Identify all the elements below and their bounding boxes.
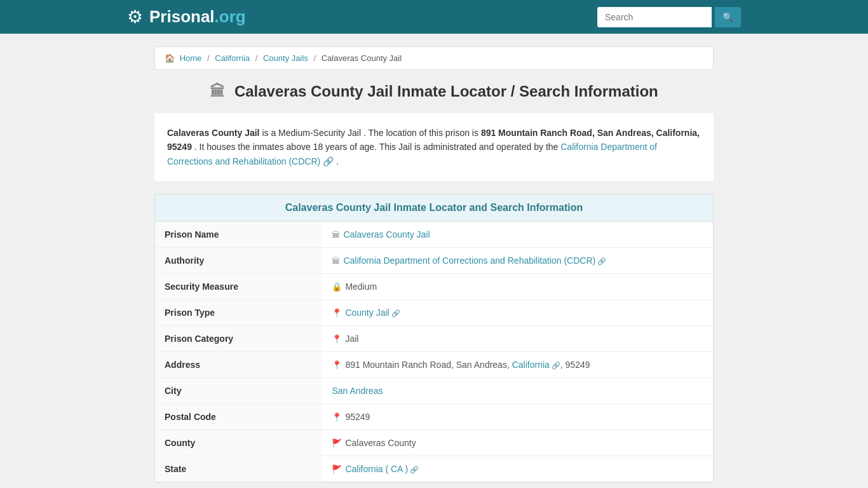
table-row: Address📍891 Mountain Ranch Road, San And…: [155, 352, 713, 378]
breadcrumb-county-jails[interactable]: County Jails: [263, 53, 308, 63]
cell-link[interactable]: Calaveras County Jail: [343, 229, 430, 240]
external-link-icon: 🔗: [597, 257, 606, 265]
table-row: State🚩California ( CA )🔗: [155, 456, 713, 482]
main-container: 🏠 Home / California / County Jails / Cal…: [148, 46, 720, 482]
breadcrumb-california[interactable]: California: [215, 53, 250, 63]
description: Calaveras County Jail is a Medium-Securi…: [154, 113, 714, 181]
search-area: 🔍: [597, 7, 741, 27]
desc-age-note: It houses the inmates above 18 years of …: [200, 142, 559, 152]
cell-icon: 📍: [332, 308, 342, 318]
row-label: City: [155, 378, 322, 404]
row-value: 🔒Medium: [322, 274, 713, 300]
cell-icon: 📍: [332, 334, 342, 344]
breadcrumb-home[interactable]: Home: [180, 53, 202, 63]
cell-text: 95249: [345, 412, 370, 422]
logo-name[interactable]: Prisonal: [149, 7, 215, 26]
page-title: 🏛 Calaveras County Jail Inmate Locator /…: [154, 83, 714, 100]
table-row: Security Measure🔒Medium: [155, 274, 713, 300]
title-building-icon: 🏛: [210, 83, 225, 100]
table-row: Prison Type📍County Jail🔗: [155, 300, 713, 326]
table-row: CitySan Andreas: [155, 378, 713, 404]
address-prefix: 891 Mountain Ranch Road, San Andreas,: [345, 360, 512, 370]
desc-age: .: [194, 142, 200, 152]
cell-icon: 🏛: [332, 256, 340, 266]
home-icon: 🏠: [165, 53, 175, 63]
info-table-body: Prison Name🏛Calaveras County JailAuthori…: [155, 222, 713, 482]
cell-text: Medium: [345, 281, 377, 292]
chain-link-icon: 🔗: [410, 466, 419, 473]
page-title-section: 🏛 Calaveras County Jail Inmate Locator /…: [154, 83, 714, 100]
desc-location: . The location of this prison is: [363, 128, 481, 138]
row-value: 🚩Calaveras County: [322, 430, 713, 456]
logo-area: ⚙ Prisonal.org: [127, 6, 246, 27]
table-row: Postal Code📍95249: [155, 404, 713, 430]
info-table: Prison Name🏛Calaveras County JailAuthori…: [155, 222, 713, 482]
info-section-header: Calaveras County Jail Inmate Locator and…: [155, 194, 713, 222]
row-value: San Andreas: [322, 378, 713, 404]
jail-name-highlight: Calaveras County Jail: [167, 128, 260, 138]
cell-link[interactable]: San Andreas: [332, 386, 383, 396]
info-section: Calaveras County Jail Inmate Locator and…: [154, 194, 714, 482]
breadcrumb-sep1: /: [207, 53, 210, 63]
breadcrumb-sep3: /: [313, 53, 316, 63]
logo-tld: .org: [215, 7, 246, 26]
row-value: 🚩California ( CA )🔗: [322, 456, 713, 482]
cell-text: Jail: [345, 334, 358, 344]
row-label: State: [155, 456, 322, 482]
row-label: Prison Type: [155, 300, 322, 326]
link-icon: 🔗: [552, 362, 560, 369]
search-icon: 🔍: [722, 12, 733, 22]
row-label: County: [155, 430, 322, 456]
security-level-text: Medium-Security Jail: [278, 128, 361, 138]
desc-end: .: [336, 156, 339, 166]
external-icon: 🔗: [323, 156, 334, 166]
site-header: ⚙ Prisonal.org 🔍: [0, 0, 868, 34]
cell-icon: 📍: [332, 412, 342, 422]
cell-icon: 🏛: [332, 230, 340, 240]
table-row: Authority🏛California Department of Corre…: [155, 248, 713, 274]
address-state-link[interactable]: California: [512, 360, 550, 370]
row-value: 🏛California Department of Corrections an…: [322, 248, 713, 274]
table-row: Prison Name🏛Calaveras County Jail: [155, 222, 713, 248]
cell-link[interactable]: County Jail: [345, 308, 389, 318]
search-button[interactable]: 🔍: [715, 7, 741, 27]
desc-is-a: is a: [262, 128, 278, 138]
row-label: Security Measure: [155, 274, 322, 300]
cell-text: Calaveras County: [345, 438, 416, 448]
row-value: 📍95249: [322, 404, 713, 430]
row-label: Authority: [155, 248, 322, 274]
logo-text: Prisonal.org: [149, 7, 246, 27]
breadcrumb-current: Calaveras County Jail: [322, 53, 402, 63]
cell-link[interactable]: California Department of Corrections and…: [343, 255, 595, 266]
cell-icon: 🚩: [332, 438, 342, 448]
address-zip: , 95249: [560, 360, 590, 370]
row-label: Postal Code: [155, 404, 322, 430]
cell-icon: 📍: [332, 360, 342, 370]
row-value: 📍891 Mountain Ranch Road, San Andreas, C…: [322, 352, 713, 378]
description-text: Calaveras County Jail is a Medium-Securi…: [167, 126, 701, 168]
row-label: Prison Name: [155, 222, 322, 248]
cell-icon: 🔒: [332, 282, 342, 292]
logo-icon: ⚙: [127, 6, 143, 27]
table-row: Prison Category📍Jail: [155, 326, 713, 352]
row-value: 📍County Jail🔗: [322, 300, 713, 326]
row-value: 📍Jail: [322, 326, 713, 352]
chain-link-icon: 🔗: [391, 309, 400, 317]
table-row: County🚩Calaveras County: [155, 430, 713, 456]
search-input[interactable]: [597, 7, 712, 27]
row-value: 🏛Calaveras County Jail: [322, 222, 713, 248]
row-label: Prison Category: [155, 326, 322, 352]
cell-link[interactable]: California ( CA ): [345, 464, 408, 474]
row-label: Address: [155, 352, 322, 378]
breadcrumb: 🏠 Home / California / County Jails / Cal…: [154, 46, 714, 70]
cell-icon: 🚩: [332, 464, 342, 474]
breadcrumb-sep2: /: [255, 53, 258, 63]
